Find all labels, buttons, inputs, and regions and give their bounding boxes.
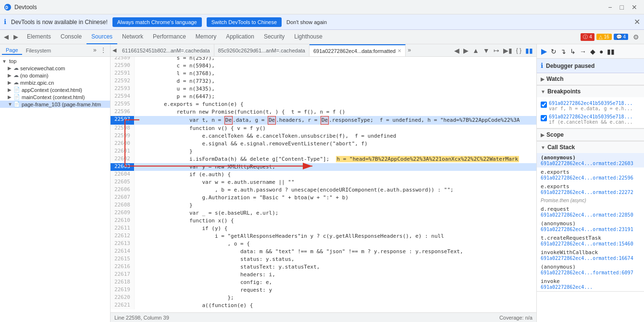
tree-arrow-top: ▼ (2, 59, 8, 64)
step-button[interactable]: → (578, 47, 588, 56)
tab-network[interactable]: Network (117, 30, 148, 44)
code-line: d = n(7732), (135, 77, 536, 85)
watch-section: ▶ Watch (537, 73, 644, 85)
step-into-button[interactable]: ↴ (559, 47, 568, 56)
editor-nav-forward[interactable]: ▶ (462, 46, 470, 55)
maximize-button[interactable]: □ (617, 2, 627, 12)
code-row: 22604 if (e.auth) { (111, 171, 536, 179)
line-number: 22604 (111, 171, 135, 179)
code-row: 22592 d = n(7732), (111, 77, 536, 85)
tree-item-maincontext[interactable]: ▶ 📄 mainContext (context.html) (0, 93, 110, 101)
breakpoint-2-checkbox[interactable] (541, 115, 547, 121)
info-bar-close-button[interactable]: ✕ (634, 17, 640, 26)
line-number: 22596 (111, 108, 135, 116)
code-row: 22603 var y = new XMLHttpRequest; (111, 163, 536, 171)
call-stack-name: (anonymous) (541, 264, 640, 270)
tab-security[interactable]: Security (259, 30, 289, 44)
file-tree-tabs: Page Filesystem » ⋮ (0, 44, 110, 57)
match-language-button[interactable]: Always match Chrome's language (112, 17, 202, 27)
line-number: 22613 (111, 240, 135, 248)
code-row: 22602 i.isFormData(h) && delete g["Conte… (111, 155, 536, 163)
call-stack-item[interactable]: d.request691a02272862ec4...ormatted:2285… (537, 205, 644, 219)
code-row: 22614 data: m && "text" !== m && "json" … (111, 248, 536, 256)
tree-menu-icon[interactable]: ⋮ (99, 47, 108, 54)
settings-button[interactable]: ⚙ (630, 32, 642, 42)
status-position: Line 22598, Column 39 (114, 315, 169, 321)
tab-performance[interactable]: Performance (148, 30, 191, 44)
dont-pause-exceptions[interactable]: ● (598, 47, 605, 56)
tree-item-servicewechat[interactable]: ▶ ☁ servicewechat.com (0, 64, 110, 72)
editor-nav-pause[interactable]: ▮▮ (524, 46, 534, 55)
call-stack-name: (anonymous) (541, 220, 640, 227)
line-number: 22616 (111, 263, 135, 271)
editor-nav-prev[interactable]: ◀ (111, 47, 118, 53)
tree-item-appcontext[interactable]: ▶ 📄 appContext (context.html) (0, 86, 110, 93)
tab-application[interactable]: Application (221, 30, 259, 44)
tab-filesystem[interactable]: Filesystem (22, 47, 55, 54)
line-number: 22589 (111, 57, 135, 62)
code-row: 22611 if (y) { (111, 225, 536, 232)
tree-tabs-more[interactable]: » (91, 47, 99, 54)
line-number: 22617 (111, 271, 135, 279)
scope-arrow-icon: ▶ (541, 132, 545, 138)
editor-nav-play[interactable]: ▶▮ (502, 46, 514, 55)
tab-sources[interactable]: Sources (87, 30, 117, 44)
line-number: 22598 (111, 125, 135, 132)
tab-memory[interactable]: Memory (191, 30, 221, 44)
call-stack-item[interactable]: Promise.then (async) (537, 196, 644, 205)
call-stack-item[interactable]: (anonymous)691a02272862ec4...ormatted:23… (537, 219, 644, 233)
step-out-button[interactable]: ↳ (569, 47, 577, 56)
code-scroll-area[interactable]: 22585 var i = n(9050),22586 a = n(1263),… (111, 57, 536, 312)
minimize-button[interactable]: − (605, 2, 615, 12)
nav-arrow-right[interactable]: ▶ (12, 32, 20, 41)
file-tree-content: ▼ top ▶ ☁ servicewechat.com ▶ ☁ (no doma… (0, 57, 110, 322)
editor-tab-3-close[interactable]: ✕ (397, 48, 401, 53)
tree-item-top[interactable]: ▼ top (0, 58, 110, 64)
call-stack-item[interactable]: invoke691a02272862ec4... (537, 277, 644, 291)
watch-section-header[interactable]: ▶ Watch (537, 73, 644, 85)
call-stack-section-header[interactable]: ▼ Call Stack (537, 141, 644, 153)
scope-section-header[interactable]: ▶ Scope (537, 129, 644, 141)
resume-button[interactable]: ▶ (540, 46, 548, 57)
breakpoint-1-checkbox[interactable] (541, 102, 547, 108)
source-editor: ◀ 61166152451b802...anM=.cachedata 85c92… (111, 44, 536, 322)
call-stack-loc: 691a02272862ec4...formatted:6097 (541, 270, 640, 275)
tab-elements[interactable]: Elements (22, 30, 56, 44)
step-over-button[interactable]: ↻ (549, 47, 558, 56)
tree-item-pageframe[interactable]: ▼ 📄 page-frame_103 (page-frame.htm (0, 101, 110, 108)
breakpoints-content: 691a02272862ec41b50395e718... var f, h =… (537, 97, 644, 128)
editor-nav-back[interactable]: ◀ (453, 46, 461, 55)
tab-page[interactable]: Page (2, 46, 22, 55)
call-stack-item[interactable]: (anonymous)691a02272862ec4...ormatted:22… (537, 153, 644, 167)
breakpoints-section-header[interactable]: ▼ Breakpoints (537, 85, 644, 97)
tab-lighthouse[interactable]: Lighthouse (289, 30, 327, 44)
editor-nav-up[interactable]: ▲ (471, 46, 481, 55)
editor-nav-down[interactable]: ▼ (482, 46, 491, 55)
code-line: i.isFormData(h) && delete g["Content-Typ… (135, 155, 536, 163)
status-coverage: Coverage: n/a (499, 315, 533, 321)
line-number: 22612 (111, 232, 135, 240)
call-stack-item[interactable]: (anonymous)691a02272862ec4...formatted:6… (537, 262, 644, 277)
tree-item-nodomain[interactable]: ▶ ☁ (no domain) (0, 72, 110, 79)
nav-arrow-left[interactable]: ◀ (2, 32, 11, 41)
call-stack-loc: 691a02272862ec4... (541, 284, 640, 290)
line-number: 22590 (111, 62, 135, 70)
call-stack-item[interactable]: t.createRequestTask691a02272862ec4...orm… (537, 233, 644, 248)
call-stack-item[interactable]: invokeWithCallback691a02272862ec4...orma… (537, 248, 644, 262)
editor-tab-more[interactable]: » (406, 47, 413, 54)
pause-on-exceptions[interactable]: ▮▮ (606, 47, 616, 56)
editor-tab-2[interactable]: 85c9260c2629d61...anM=.cachedata (214, 44, 310, 57)
close-button[interactable]: ✕ (629, 2, 640, 12)
tree-item-mmbiz[interactable]: ▶ ☁ mmbiz.qpic.cn (0, 79, 110, 86)
call-stack-item[interactable]: e.exports691a02272862ec4...ormatted:2259… (537, 167, 644, 182)
dont-show-button[interactable]: Don't show again (286, 19, 327, 25)
editor-tab-1[interactable]: 61166152451b802...anM=.cachedata (118, 44, 214, 57)
tab-console[interactable]: Console (56, 30, 87, 44)
deactivate-breakpoints[interactable]: ◆ (589, 47, 597, 56)
editor-nav-right[interactable]: ↦ (492, 46, 501, 55)
breakpoint-1-file: 691a02272862ec41b50395e718... (549, 101, 633, 106)
editor-tab-3[interactable]: 691a02272862ec4...data:formatted ✕ (310, 44, 406, 57)
switch-language-button[interactable]: Switch DevTools to Chinese (207, 17, 282, 27)
call-stack-item[interactable]: e.exports691a02272862ec4...ormatted:2227… (537, 182, 644, 196)
editor-nav-format[interactable]: { } (515, 47, 523, 54)
